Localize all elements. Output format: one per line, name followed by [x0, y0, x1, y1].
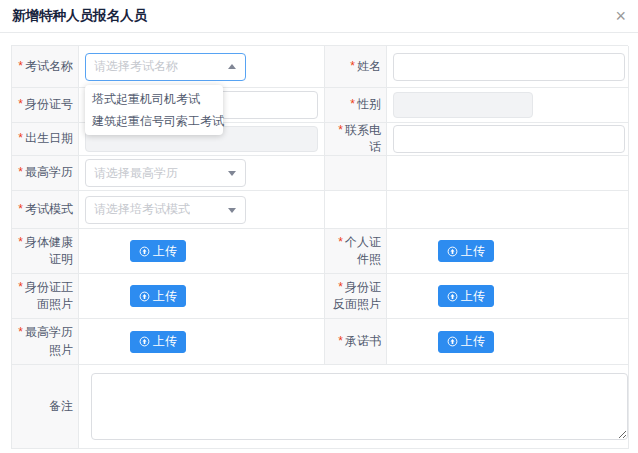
close-icon[interactable]: ×	[615, 7, 626, 25]
exam-mode-label: *考试模式	[18, 201, 73, 218]
required-asterisk: *	[18, 235, 23, 249]
required-asterisk: *	[338, 280, 343, 294]
upload-icon	[447, 246, 458, 257]
remark-textarea[interactable]	[91, 373, 628, 440]
commitment-label-cell: *承诺书	[325, 319, 387, 365]
exam-name-placeholder: 请选择考试名称	[94, 58, 178, 75]
upload-icon	[139, 291, 150, 302]
name-input[interactable]	[393, 53, 625, 81]
gender-label-cell: *性别	[325, 88, 387, 123]
empty-label-cell	[325, 191, 387, 229]
id-number-label-cell: *身份证号	[12, 88, 79, 123]
registration-form-table: *考试名称 请选择考试名称 塔式起重机司机考试 建筑起重信号司索工考试 *姓名 …	[11, 45, 628, 449]
upload-icon	[139, 336, 150, 347]
required-asterisk: *	[18, 165, 23, 179]
required-asterisk: *	[338, 235, 343, 249]
health-cert-label: *身体健康证明	[17, 234, 73, 269]
education-placeholder: 请选择最高学历	[94, 165, 178, 182]
required-asterisk: *	[350, 59, 355, 73]
dialog-header: 新增特种人员报名人员 ×	[0, 0, 638, 33]
upload-button-education-photo[interactable]: 上传	[130, 331, 186, 353]
upload-button-commitment[interactable]: 上传	[438, 331, 494, 353]
empty-label-cell	[325, 156, 387, 191]
dialog-title: 新增特种人员报名人员	[12, 7, 147, 25]
health-cert-field-cell: 上传	[79, 229, 325, 274]
upload-button-label: 上传	[461, 243, 485, 260]
phone-input[interactable]	[393, 125, 625, 153]
exam-name-label-cell: *考试名称	[12, 46, 79, 88]
gender-input	[393, 92, 533, 118]
birth-date-label-cell: *出生日期	[12, 123, 79, 156]
required-asterisk: *	[18, 280, 23, 294]
chevron-down-icon	[228, 208, 236, 213]
required-asterisk: *	[350, 97, 355, 111]
commitment-field-cell: 上传	[387, 319, 629, 365]
education-photo-field-cell: 上传	[79, 319, 325, 365]
id-back-field-cell: 上传	[387, 274, 629, 319]
phone-field-cell	[387, 123, 629, 156]
upload-button-id-back[interactable]: 上传	[438, 285, 494, 307]
education-label: *最高学历	[18, 164, 73, 181]
required-asterisk: *	[18, 97, 23, 111]
required-asterisk: *	[338, 334, 343, 348]
personal-photo-field-cell: 上传	[387, 229, 629, 274]
dropdown-option-signal-rigger[interactable]: 建筑起重信号司索工考试	[85, 110, 223, 132]
education-field-cell: 请选择最高学历	[79, 156, 325, 191]
required-asterisk: *	[18, 59, 23, 73]
upload-icon	[139, 246, 150, 257]
upload-button-label: 上传	[461, 333, 485, 350]
exam-mode-select[interactable]: 请选择培考试模式	[85, 196, 246, 224]
exam-mode-placeholder: 请选择培考试模式	[94, 201, 190, 218]
health-cert-label-cell: *身体健康证明	[12, 229, 79, 274]
name-label-cell: *姓名	[325, 46, 387, 88]
required-asterisk: *	[338, 123, 343, 137]
required-asterisk: *	[18, 202, 23, 216]
remark-field-cell	[79, 365, 629, 449]
phone-label: *联系电话	[330, 122, 381, 157]
remark-label-cell: 备注	[12, 365, 79, 449]
chevron-up-icon	[228, 64, 236, 69]
personal-photo-label: *个人证件照	[330, 234, 381, 269]
required-asterisk: *	[18, 131, 23, 145]
upload-button-health-cert[interactable]: 上传	[130, 240, 186, 262]
dropdown-option-tower-crane[interactable]: 塔式起重机司机考试	[85, 88, 223, 110]
upload-icon	[447, 336, 458, 347]
upload-button-label: 上传	[153, 288, 177, 305]
phone-label-cell: *联系电话	[325, 123, 387, 156]
name-field-cell	[387, 46, 629, 88]
required-asterisk: *	[18, 325, 23, 339]
upload-button-label: 上传	[153, 333, 177, 350]
commitment-label: *承诺书	[338, 333, 381, 350]
exam-name-field-cell: 请选择考试名称 塔式起重机司机考试 建筑起重信号司索工考试	[79, 46, 325, 88]
education-photo-label: *最高学历照片	[17, 324, 73, 359]
id-number-label: *身份证号	[18, 96, 73, 113]
upload-button-personal-photo[interactable]: 上传	[438, 240, 494, 262]
id-front-field-cell: 上传	[79, 274, 325, 319]
id-front-label-cell: *身份证正面照片	[12, 274, 79, 319]
id-front-label: *身份证正面照片	[17, 279, 73, 314]
empty-field-cell	[387, 156, 629, 191]
gender-label: *性别	[350, 96, 381, 113]
id-back-label: *身份证反面照片	[330, 279, 381, 314]
exam-name-dropdown: 塔式起重机司机考试 建筑起重信号司索工考试	[85, 85, 223, 135]
birth-date-label: *出生日期	[18, 130, 73, 147]
id-back-label-cell: *身份证反面照片	[325, 274, 387, 319]
upload-button-label: 上传	[153, 243, 177, 260]
name-label: *姓名	[350, 58, 381, 75]
upload-icon	[447, 291, 458, 302]
gender-field-cell	[387, 88, 629, 123]
personal-photo-label-cell: *个人证件照	[325, 229, 387, 274]
chevron-down-icon	[228, 171, 236, 176]
upload-button-id-front[interactable]: 上传	[130, 285, 186, 307]
upload-button-label: 上传	[461, 288, 485, 305]
add-personnel-dialog: 新增特种人员报名人员 × *考试名称 请选择考试名称 塔式起重机司机考试 建筑起…	[0, 0, 638, 453]
remark-label: 备注	[49, 398, 73, 415]
education-select[interactable]: 请选择最高学历	[85, 159, 246, 187]
empty-field-cell	[387, 191, 629, 229]
education-photo-label-cell: *最高学历照片	[12, 319, 79, 365]
exam-name-label: *考试名称	[18, 58, 73, 75]
exam-mode-field-cell: 请选择培考试模式	[79, 191, 325, 229]
education-label-cell: *最高学历	[12, 156, 79, 191]
exam-mode-label-cell: *考试模式	[12, 191, 79, 229]
exam-name-select[interactable]: 请选择考试名称	[85, 53, 246, 81]
